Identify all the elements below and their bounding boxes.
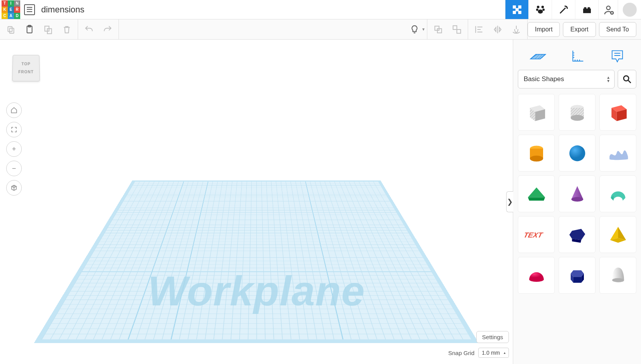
mode-bricks[interactable] bbox=[575, 0, 598, 19]
panel-tabs bbox=[513, 40, 641, 70]
plus-icon: + bbox=[12, 145, 16, 153]
shape-round-roof[interactable] bbox=[599, 175, 636, 212]
svg-marker-49 bbox=[618, 227, 626, 240]
document-title[interactable]: dimensions bbox=[41, 5, 84, 15]
zoom-in-button[interactable]: + bbox=[6, 141, 22, 157]
paste-button[interactable] bbox=[20, 21, 39, 38]
export-button[interactable]: Export bbox=[563, 22, 596, 37]
invite-user-button[interactable] bbox=[598, 0, 618, 19]
snap-grid-select[interactable]: 1.0 mm bbox=[478, 348, 509, 358]
svg-point-41 bbox=[530, 155, 543, 161]
mode-circuits[interactable] bbox=[528, 0, 552, 19]
duplicate-icon bbox=[43, 24, 53, 35]
shape-half-sphere[interactable] bbox=[518, 257, 555, 294]
svg-point-13 bbox=[606, 6, 610, 9]
shape-roof[interactable] bbox=[518, 175, 555, 212]
shape-pyramid[interactable] bbox=[599, 216, 636, 253]
svg-rect-15 bbox=[8, 26, 12, 31]
workplane-container: Workplane bbox=[56, 113, 456, 330]
ungroup-icon bbox=[452, 24, 462, 35]
import-button[interactable]: Import bbox=[528, 22, 560, 37]
minus-icon: − bbox=[12, 165, 16, 173]
send-to-button[interactable]: Send To bbox=[599, 22, 636, 37]
panel-collapse-handle[interactable]: ❯ bbox=[506, 191, 513, 212]
svg-rect-4 bbox=[516, 8, 518, 11]
tab-ruler[interactable] bbox=[566, 45, 588, 67]
align-icon bbox=[474, 24, 484, 35]
cruise-button[interactable] bbox=[507, 21, 526, 38]
shape-grid: TEXT bbox=[513, 92, 641, 364]
shape-hex-prism[interactable] bbox=[559, 257, 596, 294]
zoom-out-button[interactable]: − bbox=[6, 161, 22, 176]
duplicate-button[interactable] bbox=[39, 21, 57, 38]
svg-point-25 bbox=[624, 76, 629, 81]
svg-point-35 bbox=[571, 114, 584, 120]
mirror-button[interactable] bbox=[488, 21, 507, 38]
svg-marker-55 bbox=[573, 277, 581, 283]
design-list-icon[interactable] bbox=[24, 4, 35, 15]
workplane-tab-icon bbox=[528, 47, 546, 65]
group-button[interactable] bbox=[429, 21, 448, 38]
svg-rect-16 bbox=[10, 28, 14, 33]
home-view-button[interactable] bbox=[6, 102, 22, 118]
shape-cylinder-hole[interactable] bbox=[559, 94, 596, 131]
svg-text:TEXT: TEXT bbox=[523, 231, 544, 239]
canvas-viewport[interactable]: Workplane bbox=[0, 40, 513, 364]
home-icon bbox=[10, 107, 17, 114]
svg-rect-11 bbox=[584, 7, 586, 9]
svg-marker-53 bbox=[571, 270, 584, 277]
ortho-view-button[interactable] bbox=[6, 180, 22, 196]
dropdown-caret: ▼ bbox=[422, 27, 425, 31]
cube-icon bbox=[10, 184, 17, 191]
align-button[interactable] bbox=[470, 21, 488, 38]
svg-marker-47 bbox=[569, 229, 585, 240]
mode-codeblocks[interactable] bbox=[552, 0, 575, 19]
snap-grid-label: Snap Grid bbox=[448, 350, 475, 356]
user-plus-icon bbox=[603, 4, 614, 15]
visibility-button[interactable] bbox=[405, 21, 424, 38]
shape-polygon[interactable] bbox=[559, 216, 596, 253]
tinkercad-logo[interactable]: TIN KER CAD bbox=[2, 0, 20, 19]
delete-button[interactable] bbox=[57, 21, 76, 38]
svg-rect-1 bbox=[518, 5, 521, 8]
shapes-panel: ❯ Basic Shapes ▲▼ bbox=[513, 40, 641, 364]
svg-rect-0 bbox=[513, 5, 516, 8]
svg-rect-23 bbox=[453, 26, 457, 29]
shape-category-label: Basic Shapes bbox=[524, 75, 564, 83]
shape-cone[interactable] bbox=[559, 175, 596, 212]
shape-box-red[interactable] bbox=[599, 94, 636, 131]
redo-button[interactable] bbox=[98, 21, 117, 38]
shape-category-select[interactable]: Basic Shapes ▲▼ bbox=[518, 70, 615, 88]
svg-rect-24 bbox=[457, 29, 461, 33]
svg-point-52 bbox=[529, 277, 543, 282]
fit-view-button[interactable] bbox=[6, 122, 22, 137]
tab-notes[interactable] bbox=[606, 45, 628, 67]
shape-search-button[interactable] bbox=[618, 70, 636, 88]
shape-text[interactable]: TEXT bbox=[518, 216, 555, 253]
redo-icon bbox=[103, 24, 113, 35]
tab-workplane[interactable] bbox=[526, 45, 548, 67]
shape-cylinder[interactable] bbox=[518, 135, 555, 172]
snap-grid-row: Snap Grid 1.0 mm bbox=[448, 348, 509, 358]
group-icon bbox=[433, 24, 443, 35]
svg-point-5 bbox=[537, 6, 539, 8]
view-cube[interactable]: TOP FRONT bbox=[12, 54, 44, 88]
settings-button[interactable]: Settings bbox=[476, 331, 509, 343]
mode-3d-design[interactable] bbox=[505, 0, 528, 19]
svg-point-42 bbox=[569, 145, 585, 161]
shape-box-hole[interactable] bbox=[518, 94, 555, 131]
workplane-grid[interactable] bbox=[34, 180, 479, 343]
undo-icon bbox=[84, 24, 94, 35]
undo-button[interactable] bbox=[80, 21, 98, 38]
svg-point-8 bbox=[542, 9, 544, 10]
shape-sphere[interactable] bbox=[559, 135, 596, 172]
cruise-icon bbox=[511, 24, 521, 35]
fit-icon bbox=[10, 126, 17, 133]
ungroup-button[interactable] bbox=[448, 21, 466, 38]
copy-button[interactable] bbox=[2, 21, 20, 38]
shape-scribble[interactable] bbox=[599, 135, 636, 172]
viewcube-front-label: FRONT bbox=[18, 70, 34, 74]
shape-paraboloid[interactable] bbox=[599, 257, 636, 294]
pickaxe-icon bbox=[558, 4, 569, 15]
user-avatar[interactable] bbox=[618, 0, 641, 19]
